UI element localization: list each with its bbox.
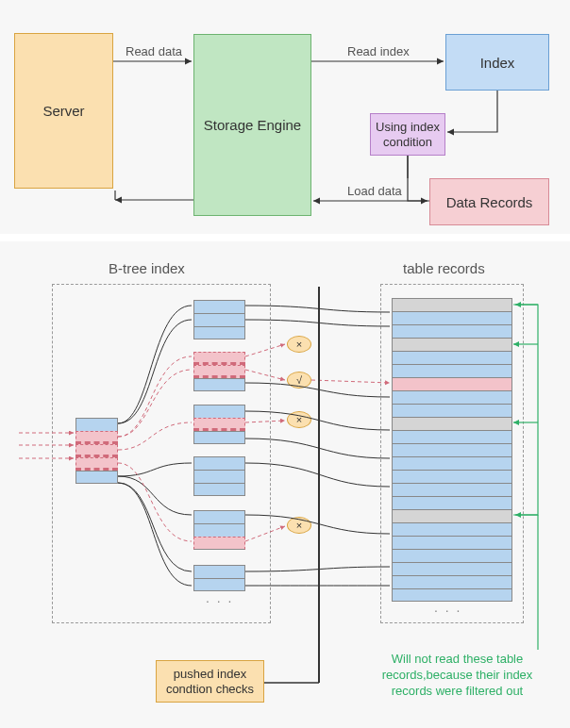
server-label: Server [42, 103, 84, 119]
btree-leaf-5 [193, 510, 245, 550]
bottom-btree-diagram: B-tree index table records . . . [0, 241, 570, 728]
data-records-label: Data Records [446, 194, 533, 210]
cross-icon: × [296, 339, 302, 350]
filter-oval-1: × [287, 336, 311, 353]
btree-dots: . . . [206, 590, 233, 605]
filter-message: Will not read these table records,becaus… [379, 652, 535, 700]
filter-oval-4: × [287, 517, 311, 534]
top-flow-diagram: Server Storage Engine Index Using index … [0, 0, 570, 234]
cross-icon: × [296, 414, 302, 425]
btree-leaf-2 [193, 352, 245, 391]
check-icon: √ [296, 374, 302, 386]
records-dots: . . . [434, 600, 461, 615]
pushed-checks-label: pushed index condtion checks [157, 667, 263, 696]
filter-oval-3: × [287, 411, 311, 428]
cross-icon: × [296, 520, 302, 531]
condition-box: Using index condition [370, 113, 445, 156]
btree-leaf-4 [193, 456, 245, 496]
btree-leaf-3 [193, 405, 245, 444]
filter-oval-2: √ [287, 372, 311, 389]
load-data-label: Load data [347, 184, 402, 198]
data-records-box: Data Records [429, 178, 549, 225]
read-index-label: Read index [347, 44, 410, 58]
btree-root [75, 418, 118, 484]
svg-line-13 [311, 380, 390, 383]
btree-leaf-1 [193, 300, 245, 339]
index-box: Index [445, 34, 549, 91]
condition-label: Using index condition [371, 120, 444, 149]
pushed-checks-box: pushed index condtion checks [156, 660, 264, 703]
server-box: Server [14, 33, 113, 189]
storage-engine-label: Storage Engine [204, 117, 301, 133]
records-title: table records [403, 260, 485, 276]
read-data-label: Read data [126, 44, 182, 58]
storage-engine-box: Storage Engine [193, 34, 311, 216]
btree-title: B-tree index [109, 260, 185, 276]
index-label: Index [480, 55, 515, 71]
table-records-stack [392, 298, 512, 602]
btree-leaf-6 [193, 565, 245, 591]
